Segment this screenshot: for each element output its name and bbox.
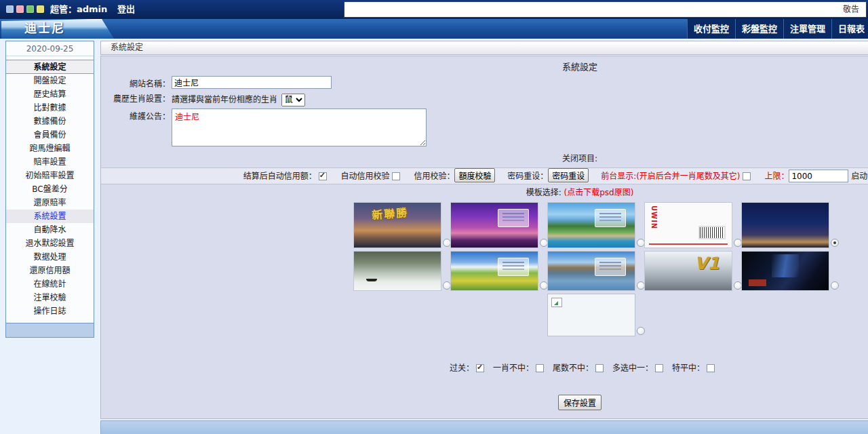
pwd-reset-button[interactable]: 密码重设 [548,168,589,182]
top-nav: 收付監控彩盤監控注單管理日報表日報2月報表 [687,19,868,39]
main-content: 系統設定 系統設定 網站名稱： 農歷生肖設置： 請選擇與當前年份相應的生肖 鼠 [100,41,868,434]
content-footer-bar [100,420,868,434]
limit-label: 上限： [764,172,789,181]
credit-check-button[interactable]: 額度校驗 [454,168,495,182]
settle-label: 结算后自动信用额： [243,172,317,181]
sidebar-item[interactable]: 初始賠率設置 [6,169,94,182]
zodiac-select[interactable]: 鼠 [281,94,305,106]
template-hk-skyline-text: 新聯勝 [371,203,409,222]
sidebar-item[interactable]: 賠率設置 [6,155,94,169]
settings-band: 结算后自动信用额： 自动信用校验 信用校验：額度校驗 密码重设：密码重设 前台显… [101,167,868,184]
logo-text: 迪士尼 [1,19,114,37]
front-display-checkbox[interactable] [743,172,751,180]
notice-textarea[interactable]: 迪士尼 [172,108,427,146]
close-items-title: 关闭项目: [101,153,868,165]
window-dot [26,5,34,13]
template-mountain-lake[interactable] [547,251,635,291]
pass-checkbox[interactable] [536,364,544,372]
sidebar-date: 2020-09-25 [6,41,94,56]
login-panel-preview [595,209,626,227]
pass-label: 一肖不中： [493,363,534,373]
logo[interactable]: 迪士尼 [1,19,114,39]
sidebar-item[interactable]: 数据处理 [6,250,94,264]
logout-link[interactable]: 登出 [117,4,135,14]
save-button[interactable]: 保存設置 [558,395,601,410]
login-panel-preview [595,258,626,276]
template-v1-city[interactable]: V1 [644,251,732,291]
sidebar-item[interactable]: BC盤差分 [6,182,94,196]
breadcrumb: 系統設定 [100,41,868,55]
auto-credit-checkbox[interactable] [392,172,400,180]
login-panel-preview [498,209,529,227]
template-neon-night[interactable] [741,251,829,291]
nav-item[interactable]: 彩盤監控 [735,19,783,39]
sidebar-item[interactable]: 系統設置 [6,210,94,223]
template-select-label: 模板选择: [526,188,561,197]
nav-item[interactable]: 日報表 [831,19,868,39]
pass-label: 多选中一： [612,363,653,373]
limit-input[interactable] [789,170,848,182]
template-purple-city[interactable] [450,202,538,248]
pass-checkbox[interactable] [476,364,484,372]
sidebar-footer [6,323,94,337]
template-island[interactable] [547,202,635,248]
admin-label: 超管：admin [50,4,107,14]
template-tile [741,202,829,248]
sidebar-item[interactable]: 數據備份 [6,115,94,128]
template-radio[interactable] [637,327,645,335]
zodiac-hint: 請選擇與當前年份相應的生肖 [172,91,277,104]
psd-download-link[interactable]: (点击下载psd原图) [564,188,634,197]
sidebar-item[interactable]: 歷史結算 [6,87,94,101]
sidebar-item[interactable]: 在線統計 [6,277,94,291]
template-tile [547,202,635,248]
sidebar-item[interactable]: 會員備份 [6,128,94,142]
sidebar-item[interactable]: 退水默認設置 [6,237,94,250]
sidebar-item[interactable]: 操作日誌 [6,304,94,318]
pass-checkbox[interactable] [595,364,604,372]
template-uwin[interactable]: UWIN [644,202,732,248]
sidebar-section-title: 系統設定 [6,60,94,74]
zodiac-label: 農歷生肖設置： [101,91,170,104]
template-misty-lake[interactable] [353,251,441,291]
template-navy-city[interactable] [741,202,829,248]
window-dots [6,5,47,15]
login-panel-preview [498,258,529,276]
announcement-text: 敬告 [843,5,859,14]
topbar: 超管：admin 登出 敬告 [0,0,868,19]
pass-checkbox[interactable] [655,364,663,372]
sidebar-item[interactable]: 跑馬燈編輯 [6,142,94,155]
template-v1-city-text: V1 [694,254,719,273]
site-name-input[interactable] [172,76,332,89]
credit-check-label: 信用校验： [414,172,454,181]
window-dot [16,5,24,13]
sidebar-item[interactable]: 還原信用額 [6,264,94,277]
sidebar-item[interactable]: 比對數據 [6,101,94,115]
sidebar-menu: 開盤設定歷史結算比對數據數據備份會員備份跑馬燈編輯賠率設置初始賠率設置BC盤差分… [6,74,94,318]
nav-item[interactable]: 收付監控 [687,19,735,39]
template-tile: 新聯勝 [353,202,441,248]
template-radio[interactable] [831,281,839,290]
announcement-marquee: 敬告 [344,1,867,18]
sidebar-item[interactable]: 開盤設定 [6,74,94,87]
notice-label: 維護公告： [101,108,170,121]
pass-label: 过关： [450,363,474,373]
template-green-field[interactable] [450,251,538,291]
settings-form: 系統設定 網站名稱： 農歷生肖設置： 請選擇與當前年份相應的生肖 鼠 維護公告： [100,56,868,419]
site-name-label: 網站名稱： [101,76,170,89]
template-grid: 新聯勝UWIN V1 [353,202,842,336]
settle-checkbox[interactable] [319,172,327,180]
pass-options: 过关：一肖不中：尾数不中：多选中一：特平中： [101,361,868,373]
pass-checkbox[interactable] [707,364,715,372]
sidebar-item[interactable]: 注單校驗 [6,291,94,304]
sidebar-item[interactable]: 自動降水 [6,223,94,237]
template-uwin-text: UWIN [650,205,658,229]
template-radio[interactable] [831,239,839,247]
template-hk-skyline[interactable]: 新聯勝 [353,202,441,248]
sidebar-item[interactable]: 還原賠率 [6,196,94,210]
template-tile [547,251,635,291]
template-tile [353,251,441,291]
nav-item[interactable]: 注單管理 [783,19,831,39]
window-dot [6,5,14,13]
template-tile: V1 [644,251,732,291]
template-broken-image[interactable] [547,294,635,336]
